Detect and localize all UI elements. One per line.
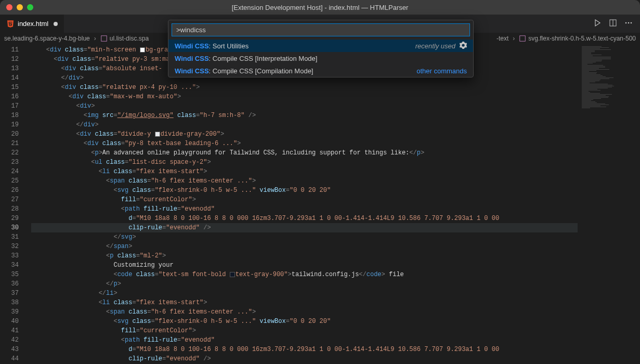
code-line[interactable]: <img src="/img/logo.svg" class="h-7 sm:h… [31, 111, 578, 120]
line-number: 26 [0, 186, 31, 195]
code-line[interactable]: Customizing your [31, 261, 578, 270]
line-number: 20 [0, 129, 31, 139]
titlebar: [Extension Development Host] - index.htm… [0, 0, 640, 15]
symbol-icon [519, 35, 526, 42]
breadcrumb-segment[interactable]: ul.list-disc.spa [110, 35, 149, 42]
more-actions-icon[interactable] [624, 19, 633, 29]
code-line[interactable]: </div> [31, 120, 578, 129]
code-line[interactable]: <div class="max-w-md mx-auto"> [31, 92, 578, 101]
code-line[interactable]: <svg class="flex-shrink-0 h-5 w-5 ..." v… [31, 317, 578, 326]
line-number: 35 [0, 270, 31, 279]
line-number: 44 [0, 354, 31, 363]
line-number: 12 [0, 55, 31, 64]
code-line[interactable]: <div> [31, 101, 578, 111]
line-number: 37 [0, 289, 31, 298]
breadcrumb-segment[interactable]: svg.flex-shrink-0.h-5.w-5.text-cyan-500 [528, 35, 636, 42]
tab-filename: index.html [18, 20, 48, 28]
code-line[interactable]: clip-rule="evenodd" /> [31, 354, 578, 363]
code-line[interactable]: <path fill-rule="evenodd" [31, 335, 578, 345]
line-number: 13 [0, 64, 31, 73]
command-palette-input[interactable] [172, 23, 470, 36]
html-file-icon [6, 20, 15, 28]
tab-dirty-indicator-icon [54, 22, 58, 26]
code-line[interactable]: <p class="ml-2"> [31, 251, 578, 261]
command-palette-item[interactable]: Windi CSS: Compile CSS [Compilation Mode… [168, 64, 473, 77]
breadcrumb-segment[interactable]: se.leading-6.space-y-4.bg-blue [4, 35, 90, 42]
line-number: 18 [0, 111, 31, 120]
line-number: 40 [0, 317, 31, 326]
line-number: 19 [0, 120, 31, 129]
code-line[interactable]: <div class="py-8 text-base leading-6 ...… [31, 139, 578, 148]
chevron-right-icon: › [513, 35, 515, 42]
code-line[interactable]: <div class="relative px-4 py-10 ..."> [31, 83, 578, 92]
svg-rect-6 [520, 36, 526, 42]
code-editor[interactable]: 1112131415161718192021222324252627282930… [0, 44, 640, 364]
line-number: 31 [0, 232, 31, 242]
code-line[interactable]: fill="currentColor"> [31, 195, 578, 204]
code-line[interactable]: clip-rule="evenodd" /> [31, 223, 578, 232]
line-number: 39 [0, 307, 31, 317]
command-palette-item[interactable]: Windi CSS: Compile CSS [Interpretation M… [168, 52, 473, 64]
line-number: 28 [0, 204, 31, 214]
code-line[interactable]: d="M10 18a8 8 0 100-16 8 8 0 000 16zm3.7… [31, 345, 578, 354]
line-number: 41 [0, 326, 31, 335]
minimize-icon[interactable] [17, 4, 23, 10]
code-line[interactable]: <code class="text-sm font-bold text-gray… [31, 270, 578, 279]
code-line[interactable]: </li> [31, 289, 578, 298]
close-icon[interactable] [6, 4, 12, 10]
code-line[interactable]: </p> [31, 279, 578, 289]
split-editor-icon[interactable] [609, 19, 617, 29]
code-line[interactable]: <svg class="flex-shrink-0 h-5 w-5 ..." v… [31, 186, 578, 195]
line-number: 25 [0, 176, 31, 186]
line-number: 43 [0, 345, 31, 354]
code-content[interactable]: <div class="min-h-screen bg-gray- <div c… [31, 44, 578, 364]
code-line[interactable]: <li class="flex items-start"> [31, 298, 578, 307]
line-number: 27 [0, 195, 31, 204]
window-title: [Extension Development Host] - index.htm… [232, 4, 409, 11]
line-number: 11 [0, 45, 31, 55]
line-number: 38 [0, 298, 31, 307]
code-line[interactable]: <path fill-rule="evenodd" [31, 204, 578, 214]
code-line[interactable]: d="M10 18a8 8 0 100-16 8 8 0 000 16zm3.7… [31, 214, 578, 223]
code-line[interactable]: <li class="flex items-start"> [31, 167, 578, 176]
svg-point-2 [625, 22, 627, 24]
line-number-gutter: 1112131415161718192021222324252627282930… [0, 44, 31, 364]
line-number: 15 [0, 83, 31, 92]
svg-rect-5 [101, 36, 107, 42]
breadcrumb-segment[interactable]: -text [497, 35, 508, 42]
code-line[interactable]: <ul class="list-disc space-y-2"> [31, 158, 578, 167]
command-palette: Windi CSS: Sort Utilitiesrecently usedWi… [168, 20, 474, 77]
line-number: 33 [0, 251, 31, 261]
code-line[interactable]: <span class="h-6 flex items-center ..."> [31, 307, 578, 317]
code-line[interactable]: <div class="divide-y divide-gray-200"> [31, 129, 578, 139]
svg-point-4 [631, 22, 632, 24]
code-line[interactable]: fill="currentColor"> [31, 326, 578, 335]
gear-icon[interactable] [460, 42, 467, 50]
line-number: 32 [0, 242, 31, 251]
line-number: 34 [0, 261, 31, 270]
run-icon[interactable] [593, 19, 602, 29]
code-line[interactable]: <span class="h-6 flex items-center ..."> [31, 176, 578, 186]
code-line[interactable]: <p>An advanced online playground for Tai… [31, 148, 578, 158]
chevron-right-icon: › [94, 35, 96, 42]
line-number: 36 [0, 279, 31, 289]
svg-point-3 [628, 22, 630, 24]
code-line[interactable]: </span> [31, 242, 578, 251]
line-number: 24 [0, 167, 31, 176]
command-palette-item[interactable]: Windi CSS: Sort Utilitiesrecently used [168, 40, 473, 52]
line-number: 30 [0, 223, 31, 232]
line-number: 17 [0, 101, 31, 111]
line-number: 14 [0, 73, 31, 83]
symbol-icon [100, 35, 108, 42]
line-number: 22 [0, 148, 31, 158]
line-number: 16 [0, 92, 31, 101]
minimap[interactable] [578, 44, 640, 364]
line-number: 21 [0, 139, 31, 148]
code-line[interactable]: </svg> [31, 232, 578, 242]
line-number: 42 [0, 335, 31, 345]
tab-index-html[interactable]: index.html [0, 15, 64, 33]
maximize-icon[interactable] [27, 4, 33, 10]
line-number: 23 [0, 158, 31, 167]
line-number: 29 [0, 214, 31, 223]
